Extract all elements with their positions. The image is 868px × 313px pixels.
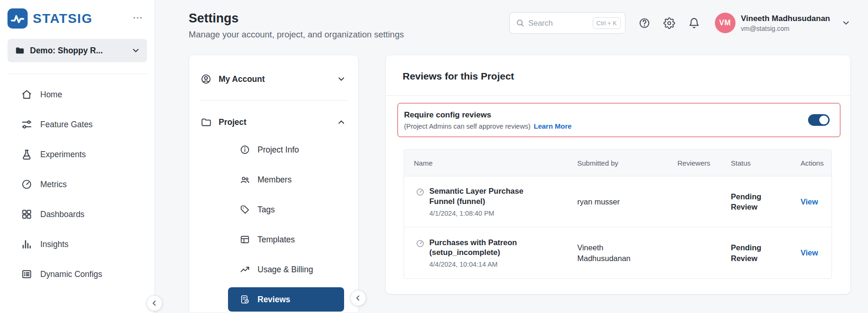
- usage-billing-icon: [240, 264, 250, 275]
- column-header-submitted-by: Submitted by: [577, 159, 677, 167]
- settings-item-reviews[interactable]: Reviews: [228, 287, 344, 312]
- panel-divider: [386, 95, 850, 96]
- name-cell: Semantic Layer Purchase Funnel (funnel) …: [404, 186, 577, 217]
- sidebar-item-label: Dashboards: [40, 210, 84, 219]
- search-icon: [515, 18, 525, 28]
- status-cell: Pending Review: [731, 191, 768, 212]
- help-button[interactable]: [639, 17, 650, 29]
- settings-section-label: My Account: [219, 74, 329, 84]
- settings-item-label: Usage & Billing: [257, 265, 313, 275]
- settings-section-label: Project: [219, 117, 329, 127]
- settings-item-label: Tags: [257, 205, 275, 215]
- reviews-panel-title: Reviews for this Project: [386, 55, 850, 95]
- config-gauge-icon: [416, 239, 425, 248]
- user-info: Vineeth Madhusudanan vm@statsig.com: [741, 14, 831, 32]
- view-link[interactable]: View: [801, 197, 818, 206]
- sidebar-item-label: Experiments: [40, 150, 86, 160]
- user-email: vm@statsig.com: [741, 25, 831, 32]
- topbar: Settings Manage your account, project, a…: [189, 0, 851, 55]
- experiments-icon: [21, 149, 32, 160]
- bell-icon: [688, 17, 700, 29]
- chevron-down-icon: [841, 18, 851, 28]
- sidebar-item-insights[interactable]: Insights: [0, 229, 154, 259]
- settings-nav-collapse-button[interactable]: [350, 290, 366, 306]
- sidebar-item-label: Insights: [40, 240, 68, 249]
- sidebar-item-label: Dynamic Configs: [40, 269, 102, 279]
- actions-cell: View: [801, 248, 831, 257]
- sidebar-item-label: Metrics: [40, 180, 66, 189]
- insights-icon: [21, 239, 32, 250]
- toggle-knob: [819, 116, 828, 124]
- folder-icon: [15, 45, 25, 56]
- settings-item-members[interactable]: Members: [228, 167, 344, 192]
- sidebar-item-feature-gates[interactable]: Feature Gates: [0, 109, 154, 139]
- settings-item-label: Templates: [257, 235, 295, 245]
- search-box[interactable]: Ctrl + K: [509, 12, 625, 34]
- sidebar-collapse-button[interactable]: [147, 295, 162, 311]
- settings-section-my-account[interactable]: My Account: [200, 66, 347, 93]
- settings-item-label: Project Info: [257, 145, 299, 155]
- config-name[interactable]: Semantic Layer Purchase Funnel (funnel): [429, 186, 549, 206]
- more-menu-icon[interactable]: [130, 10, 145, 27]
- sidebar-top: STATSIG: [0, 0, 154, 32]
- require-reviews-toggle[interactable]: [808, 114, 830, 126]
- learn-more-link[interactable]: Learn More: [534, 122, 572, 130]
- search-shortcut-hint: Ctrl + K: [593, 17, 621, 29]
- settings-item-project-info[interactable]: Project Info: [228, 138, 344, 162]
- dashboards-icon: [21, 209, 32, 220]
- settings-item-tags[interactable]: Tags: [228, 197, 344, 222]
- settings-item-templates[interactable]: Templates: [228, 227, 344, 252]
- column-header-reviewers: Reviewers: [677, 159, 731, 167]
- settings-button[interactable]: [663, 17, 675, 29]
- sidebar-item-home[interactable]: Home: [0, 80, 154, 109]
- chevron-down-icon: [131, 46, 140, 55]
- banner-subtitle: (Project Admins can self approve reviews…: [404, 123, 530, 130]
- banner-subtitle-row: (Project Admins can self approve reviews…: [404, 122, 808, 130]
- submitted-by-cell: ryan musser: [577, 197, 640, 207]
- folder-icon: [200, 116, 212, 128]
- templates-icon: [240, 234, 250, 245]
- view-link[interactable]: View: [801, 248, 818, 257]
- user-menu[interactable]: VM Vineeth Madhusudanan vm@statsig.com: [715, 13, 851, 33]
- content-area: Settings Manage your account, project, a…: [155, 0, 868, 313]
- settings-nav-panel: My Account Project Project Info: [189, 55, 359, 313]
- statsig-logo[interactable]: STATSIG: [7, 8, 93, 29]
- project-selector-label: Demo: Shoppy R...: [30, 46, 126, 56]
- table-row: Purchases with Patreon (setup_incomplete…: [404, 227, 831, 278]
- settings-body: My Account Project Project Info: [189, 55, 851, 313]
- chevron-left-icon: [354, 294, 362, 302]
- project-selector[interactable]: Demo: Shoppy R...: [7, 39, 147, 62]
- submitted-by-cell: Vineeth Madhusudanan: [577, 242, 640, 263]
- sidebar-item-experiments[interactable]: Experiments: [0, 139, 154, 169]
- sidebar-item-dashboards[interactable]: Dashboards: [0, 199, 154, 229]
- home-icon: [21, 89, 32, 100]
- config-name[interactable]: Purchases with Patreon (setup_incomplete…: [429, 238, 549, 257]
- sidebar-item-metrics[interactable]: Metrics: [0, 169, 154, 199]
- avatar: VM: [715, 13, 736, 33]
- table-header: Name Submitted by Reviewers Status Actio…: [404, 150, 831, 176]
- actions-cell: View: [801, 197, 831, 206]
- sidebar-nav: Home Feature Gates Experiments Metrics D…: [0, 80, 154, 289]
- status-cell: Pending Review: [731, 242, 768, 263]
- sidebar-item-label: Home: [40, 90, 62, 100]
- sidebar-item-label: Feature Gates: [40, 120, 93, 130]
- notifications-button[interactable]: [688, 17, 700, 29]
- help-icon: [639, 17, 650, 29]
- settings-item-label: Reviews: [257, 295, 290, 305]
- column-header-name: Name: [404, 159, 577, 167]
- settings-item-usage-billing[interactable]: Usage & Billing: [228, 257, 344, 282]
- sidebar: STATSIG Demo: Shoppy R... Home Feat: [0, 0, 155, 313]
- settings-section-project[interactable]: Project: [200, 109, 347, 136]
- statsig-logo-icon: [7, 8, 28, 29]
- reviews-table: Name Submitted by Reviewers Status Actio…: [404, 149, 832, 279]
- settings-item-label: Members: [257, 175, 292, 185]
- members-icon: [240, 175, 250, 185]
- page-subtitle: Manage your account, project, and organi…: [189, 29, 404, 40]
- brand-name: STATSIG: [33, 11, 93, 26]
- config-timestamp: 4/4/2024, 10:04:14 AM: [429, 261, 549, 268]
- search-input[interactable]: [529, 19, 589, 28]
- reviews-panel: Reviews for this Project Require config …: [385, 55, 851, 294]
- gear-icon: [663, 17, 675, 29]
- column-header-status: Status: [731, 159, 801, 167]
- sidebar-item-dynamic-configs[interactable]: Dynamic Configs: [0, 259, 154, 289]
